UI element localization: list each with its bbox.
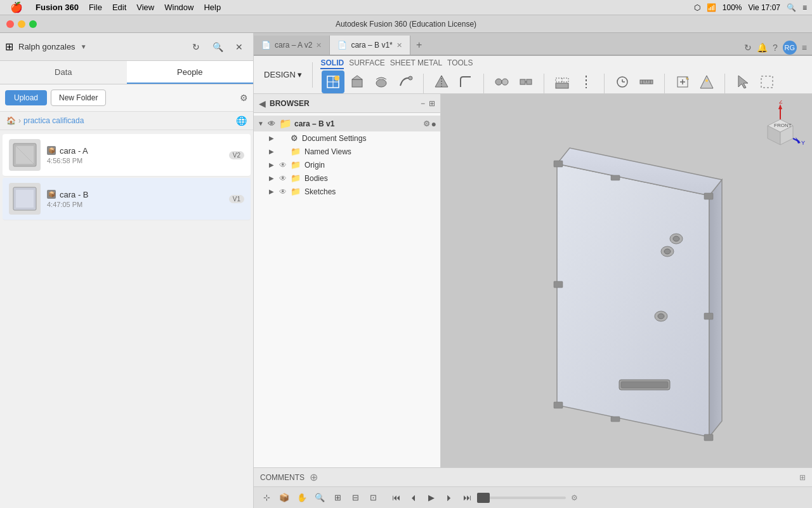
user-avatar[interactable]: RG: [783, 41, 797, 55]
insert-decal-tool[interactable]: [695, 70, 718, 93]
menu-file[interactable]: File: [84, 3, 107, 12]
doc-tab-cara-b[interactable]: 📄 cara – B v1* ✕: [330, 36, 410, 55]
construct-offset-plane-tool[interactable]: [551, 70, 573, 93]
origin-arrow[interactable]: ▶: [269, 161, 278, 168]
tab-data[interactable]: Data: [0, 61, 127, 84]
bluetooth-icon[interactable]: ⬡: [694, 3, 700, 12]
menu-fusion360[interactable]: Fusion 360: [30, 3, 84, 12]
breadcrumb-folder[interactable]: practica calificada: [23, 116, 84, 125]
timeline-next[interactable]: ⏵: [442, 490, 457, 505]
menu-help[interactable]: Help: [199, 3, 226, 12]
file-item-cara-a[interactable]: 📦 cara - A 4:56:58 PM V2: [3, 134, 251, 177]
file-item-cara-b[interactable]: 📦 cara - B 4:47:05 PM V1: [3, 178, 251, 220]
wifi-icon[interactable]: 📶: [707, 3, 716, 12]
select-tool[interactable]: [731, 70, 754, 93]
sketches-arrow[interactable]: ▶: [269, 188, 278, 195]
help-icon[interactable]: ?: [773, 43, 778, 53]
search-button[interactable]: 🔍: [209, 38, 226, 56]
browser-item-document-settings[interactable]: ▶ ⚙ Document Settings: [254, 131, 440, 145]
new-folder-button[interactable]: New Folder: [51, 90, 106, 106]
modify-fillet-tool[interactable]: [454, 70, 477, 93]
browser-resize-btn[interactable]: ⊞: [429, 99, 435, 108]
menu-edit[interactable]: Edit: [107, 3, 131, 12]
tab-sheet-metal[interactable]: SHEET METAL: [390, 58, 442, 69]
grid-icon[interactable]: ⊞: [5, 41, 13, 53]
viewport[interactable]: Z Y FRONT: [441, 94, 812, 467]
doc-settings-arrow[interactable]: ▶: [269, 135, 278, 142]
menu-view[interactable]: View: [131, 3, 159, 12]
create-revolve-tool[interactable]: [370, 70, 393, 93]
create-sweep-tool[interactable]: [394, 70, 417, 93]
assemble-joint-tool[interactable]: [490, 70, 513, 93]
create-extrude-tool[interactable]: [346, 70, 369, 93]
tab-solid[interactable]: SOLID: [320, 58, 344, 69]
refresh-tab-icon[interactable]: ↻: [744, 43, 752, 53]
origin-vis[interactable]: 👁: [279, 161, 289, 170]
menu-icon[interactable]: ≡: [802, 43, 807, 53]
timeline-skip-start[interactable]: ⏮: [388, 490, 403, 505]
grid-toggle-tool[interactable]: ⊟: [348, 490, 363, 505]
named-views-arrow[interactable]: ▶: [269, 148, 278, 155]
design-dropdown[interactable]: DESIGN ▾: [258, 62, 308, 88]
tab-surface[interactable]: SURFACE: [349, 58, 385, 69]
close-doc-b-button[interactable]: ✕: [396, 41, 402, 50]
doc-tab-cara-a[interactable]: 📄 cara – A v2 ✕: [254, 36, 330, 55]
display-mode-tool[interactable]: ⊡: [365, 490, 381, 505]
inspect-measure-tool[interactable]: [611, 70, 634, 93]
file-version-cara-b[interactable]: V1: [229, 195, 244, 203]
timeline-settings[interactable]: ⚙: [571, 493, 578, 502]
insert-svg-tool[interactable]: [671, 70, 694, 93]
tab-people[interactable]: People: [127, 61, 254, 84]
timeline-skip-end[interactable]: ⏭: [459, 490, 475, 505]
grid-display-tool[interactable]: ⊹: [259, 490, 274, 505]
browser-item-origin[interactable]: ▶ 👁 📁 Origin: [254, 158, 440, 171]
fit-tool[interactable]: ⊞: [330, 490, 345, 505]
fullscreen-button[interactable]: [29, 20, 37, 28]
apple-menu[interactable]: 🍎: [5, 1, 28, 13]
timeline-play[interactable]: ▶: [424, 490, 439, 505]
display-settings-tool[interactable]: 📦: [277, 490, 292, 505]
modify-press-pull-tool[interactable]: [430, 70, 453, 93]
timeline-track[interactable]: [477, 497, 566, 499]
root-collapse-arrow[interactable]: ▼: [258, 120, 266, 127]
notifications-icon[interactable]: 🔔: [757, 43, 768, 53]
browser-root-item[interactable]: ▼ 👁 📁 cara – B v1 ⚙ ●: [254, 116, 440, 131]
browser-item-sketches[interactable]: ▶ 👁 📁 Sketches: [254, 185, 440, 198]
browser-collapse-arrow[interactable]: ◀: [259, 98, 266, 109]
panel-settings-button[interactable]: ⚙: [240, 93, 248, 103]
assemble-rigid-group-tool[interactable]: [514, 70, 537, 93]
spotlight-icon[interactable]: 🔍: [787, 3, 796, 12]
user-menu-chevron[interactable]: ▼: [81, 43, 87, 50]
pan-tool[interactable]: ✋: [294, 490, 310, 505]
sketches-vis[interactable]: 👁: [279, 187, 289, 196]
create-sketch-tool[interactable]: [322, 70, 344, 93]
comments-add-button[interactable]: ⊕: [310, 471, 318, 483]
timeline-handle[interactable]: [477, 493, 490, 503]
root-settings-icon[interactable]: ⚙: [423, 119, 430, 128]
construct-axis-tool[interactable]: [575, 70, 598, 93]
file-version-cara-a[interactable]: V2: [229, 151, 244, 159]
root-vis-icon[interactable]: 👁: [268, 119, 278, 128]
browser-item-bodies[interactable]: ▶ 👁 📁 Bodies: [254, 171, 440, 185]
comments-resize-handle[interactable]: ⊞: [799, 473, 806, 482]
breadcrumb-globe-icon[interactable]: 🌐: [236, 116, 247, 126]
menu-window[interactable]: Window: [159, 3, 199, 12]
select-window-tool[interactable]: [756, 70, 778, 93]
close-button[interactable]: [6, 20, 14, 28]
browser-collapse-btn[interactable]: −: [421, 99, 425, 108]
notification-icon[interactable]: ≡: [802, 3, 807, 12]
bodies-arrow[interactable]: ▶: [269, 175, 278, 182]
upload-button[interactable]: Upload: [5, 90, 47, 105]
close-panel-button[interactable]: ✕: [230, 38, 248, 56]
view-cube[interactable]: Z Y FRONT: [755, 100, 806, 151]
minimize-button[interactable]: [18, 20, 25, 28]
refresh-button[interactable]: ↻: [187, 38, 205, 56]
close-doc-a-button[interactable]: ✕: [316, 41, 322, 50]
zoom-tool[interactable]: 🔍: [312, 490, 327, 505]
inspect-ruler-tool[interactable]: [635, 70, 658, 93]
browser-item-named-views[interactable]: ▶ 📁 Named Views: [254, 145, 440, 158]
breadcrumb-home-icon[interactable]: 🏠: [6, 116, 16, 125]
tab-tools[interactable]: TOOLS: [447, 58, 473, 69]
bodies-vis[interactable]: 👁: [279, 174, 289, 183]
timeline-prev[interactable]: ⏴: [406, 490, 421, 505]
